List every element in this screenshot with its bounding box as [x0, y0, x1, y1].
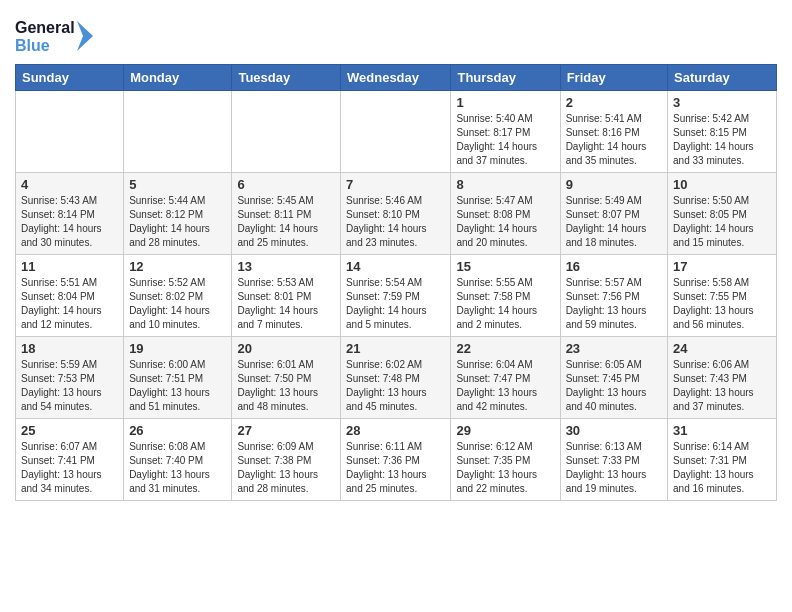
calendar-cell: 25Sunrise: 6:07 AM Sunset: 7:41 PM Dayli…	[16, 419, 124, 501]
calendar-cell: 13Sunrise: 5:53 AM Sunset: 8:01 PM Dayli…	[232, 255, 341, 337]
calendar-cell: 24Sunrise: 6:06 AM Sunset: 7:43 PM Dayli…	[668, 337, 777, 419]
week-row-5: 25Sunrise: 6:07 AM Sunset: 7:41 PM Dayli…	[16, 419, 777, 501]
day-number: 15	[456, 259, 554, 274]
day-number: 13	[237, 259, 335, 274]
calendar-cell: 17Sunrise: 5:58 AM Sunset: 7:55 PM Dayli…	[668, 255, 777, 337]
day-number: 7	[346, 177, 445, 192]
calendar-cell: 4Sunrise: 5:43 AM Sunset: 8:14 PM Daylig…	[16, 173, 124, 255]
day-number: 5	[129, 177, 226, 192]
calendar-cell: 18Sunrise: 5:59 AM Sunset: 7:53 PM Dayli…	[16, 337, 124, 419]
day-number: 11	[21, 259, 118, 274]
day-number: 25	[21, 423, 118, 438]
cell-content: Sunrise: 5:53 AM Sunset: 8:01 PM Dayligh…	[237, 276, 335, 332]
cell-content: Sunrise: 5:57 AM Sunset: 7:56 PM Dayligh…	[566, 276, 662, 332]
cell-content: Sunrise: 5:50 AM Sunset: 8:05 PM Dayligh…	[673, 194, 771, 250]
calendar-cell: 27Sunrise: 6:09 AM Sunset: 7:38 PM Dayli…	[232, 419, 341, 501]
cell-content: Sunrise: 6:08 AM Sunset: 7:40 PM Dayligh…	[129, 440, 226, 496]
calendar: SundayMondayTuesdayWednesdayThursdayFrid…	[15, 64, 777, 501]
cell-content: Sunrise: 6:06 AM Sunset: 7:43 PM Dayligh…	[673, 358, 771, 414]
svg-text:Blue: Blue	[15, 37, 50, 54]
weekday-header-friday: Friday	[560, 65, 667, 91]
day-number: 23	[566, 341, 662, 356]
weekday-header-thursday: Thursday	[451, 65, 560, 91]
logo: GeneralBlue	[15, 16, 95, 56]
day-number: 30	[566, 423, 662, 438]
weekday-header-saturday: Saturday	[668, 65, 777, 91]
calendar-cell	[232, 91, 341, 173]
cell-content: Sunrise: 5:49 AM Sunset: 8:07 PM Dayligh…	[566, 194, 662, 250]
day-number: 31	[673, 423, 771, 438]
week-row-1: 1Sunrise: 5:40 AM Sunset: 8:17 PM Daylig…	[16, 91, 777, 173]
day-number: 3	[673, 95, 771, 110]
day-number: 21	[346, 341, 445, 356]
cell-content: Sunrise: 5:47 AM Sunset: 8:08 PM Dayligh…	[456, 194, 554, 250]
day-number: 26	[129, 423, 226, 438]
calendar-cell: 11Sunrise: 5:51 AM Sunset: 8:04 PM Dayli…	[16, 255, 124, 337]
cell-content: Sunrise: 5:44 AM Sunset: 8:12 PM Dayligh…	[129, 194, 226, 250]
calendar-cell: 31Sunrise: 6:14 AM Sunset: 7:31 PM Dayli…	[668, 419, 777, 501]
day-number: 22	[456, 341, 554, 356]
cell-content: Sunrise: 5:40 AM Sunset: 8:17 PM Dayligh…	[456, 112, 554, 168]
day-number: 24	[673, 341, 771, 356]
calendar-cell: 8Sunrise: 5:47 AM Sunset: 8:08 PM Daylig…	[451, 173, 560, 255]
svg-text:General: General	[15, 19, 75, 36]
calendar-cell: 1Sunrise: 5:40 AM Sunset: 8:17 PM Daylig…	[451, 91, 560, 173]
cell-content: Sunrise: 5:54 AM Sunset: 7:59 PM Dayligh…	[346, 276, 445, 332]
cell-content: Sunrise: 5:58 AM Sunset: 7:55 PM Dayligh…	[673, 276, 771, 332]
weekday-header-monday: Monday	[124, 65, 232, 91]
calendar-cell: 28Sunrise: 6:11 AM Sunset: 7:36 PM Dayli…	[341, 419, 451, 501]
day-number: 9	[566, 177, 662, 192]
cell-content: Sunrise: 6:12 AM Sunset: 7:35 PM Dayligh…	[456, 440, 554, 496]
day-number: 6	[237, 177, 335, 192]
cell-content: Sunrise: 6:01 AM Sunset: 7:50 PM Dayligh…	[237, 358, 335, 414]
cell-content: Sunrise: 5:46 AM Sunset: 8:10 PM Dayligh…	[346, 194, 445, 250]
cell-content: Sunrise: 6:04 AM Sunset: 7:47 PM Dayligh…	[456, 358, 554, 414]
week-row-3: 11Sunrise: 5:51 AM Sunset: 8:04 PM Dayli…	[16, 255, 777, 337]
cell-content: Sunrise: 5:43 AM Sunset: 8:14 PM Dayligh…	[21, 194, 118, 250]
cell-content: Sunrise: 6:11 AM Sunset: 7:36 PM Dayligh…	[346, 440, 445, 496]
calendar-cell: 26Sunrise: 6:08 AM Sunset: 7:40 PM Dayli…	[124, 419, 232, 501]
day-number: 27	[237, 423, 335, 438]
calendar-cell: 22Sunrise: 6:04 AM Sunset: 7:47 PM Dayli…	[451, 337, 560, 419]
cell-content: Sunrise: 6:02 AM Sunset: 7:48 PM Dayligh…	[346, 358, 445, 414]
cell-content: Sunrise: 6:00 AM Sunset: 7:51 PM Dayligh…	[129, 358, 226, 414]
day-number: 8	[456, 177, 554, 192]
header: GeneralBlue	[15, 10, 777, 56]
cell-content: Sunrise: 6:05 AM Sunset: 7:45 PM Dayligh…	[566, 358, 662, 414]
cell-content: Sunrise: 5:59 AM Sunset: 7:53 PM Dayligh…	[21, 358, 118, 414]
calendar-cell: 3Sunrise: 5:42 AM Sunset: 8:15 PM Daylig…	[668, 91, 777, 173]
cell-content: Sunrise: 5:45 AM Sunset: 8:11 PM Dayligh…	[237, 194, 335, 250]
weekday-header-row: SundayMondayTuesdayWednesdayThursdayFrid…	[16, 65, 777, 91]
calendar-cell: 10Sunrise: 5:50 AM Sunset: 8:05 PM Dayli…	[668, 173, 777, 255]
day-number: 14	[346, 259, 445, 274]
calendar-cell	[124, 91, 232, 173]
day-number: 12	[129, 259, 226, 274]
day-number: 1	[456, 95, 554, 110]
calendar-cell	[16, 91, 124, 173]
day-number: 17	[673, 259, 771, 274]
day-number: 4	[21, 177, 118, 192]
day-number: 18	[21, 341, 118, 356]
day-number: 10	[673, 177, 771, 192]
week-row-2: 4Sunrise: 5:43 AM Sunset: 8:14 PM Daylig…	[16, 173, 777, 255]
calendar-cell: 19Sunrise: 6:00 AM Sunset: 7:51 PM Dayli…	[124, 337, 232, 419]
day-number: 20	[237, 341, 335, 356]
calendar-cell: 21Sunrise: 6:02 AM Sunset: 7:48 PM Dayli…	[341, 337, 451, 419]
calendar-cell: 9Sunrise: 5:49 AM Sunset: 8:07 PM Daylig…	[560, 173, 667, 255]
cell-content: Sunrise: 5:52 AM Sunset: 8:02 PM Dayligh…	[129, 276, 226, 332]
calendar-cell: 29Sunrise: 6:12 AM Sunset: 7:35 PM Dayli…	[451, 419, 560, 501]
cell-content: Sunrise: 5:55 AM Sunset: 7:58 PM Dayligh…	[456, 276, 554, 332]
cell-content: Sunrise: 5:51 AM Sunset: 8:04 PM Dayligh…	[21, 276, 118, 332]
svg-marker-2	[77, 21, 93, 51]
cell-content: Sunrise: 5:41 AM Sunset: 8:16 PM Dayligh…	[566, 112, 662, 168]
calendar-cell: 14Sunrise: 5:54 AM Sunset: 7:59 PM Dayli…	[341, 255, 451, 337]
week-row-4: 18Sunrise: 5:59 AM Sunset: 7:53 PM Dayli…	[16, 337, 777, 419]
cell-content: Sunrise: 6:13 AM Sunset: 7:33 PM Dayligh…	[566, 440, 662, 496]
cell-content: Sunrise: 5:42 AM Sunset: 8:15 PM Dayligh…	[673, 112, 771, 168]
calendar-cell: 30Sunrise: 6:13 AM Sunset: 7:33 PM Dayli…	[560, 419, 667, 501]
day-number: 2	[566, 95, 662, 110]
cell-content: Sunrise: 6:07 AM Sunset: 7:41 PM Dayligh…	[21, 440, 118, 496]
day-number: 29	[456, 423, 554, 438]
calendar-cell: 15Sunrise: 5:55 AM Sunset: 7:58 PM Dayli…	[451, 255, 560, 337]
cell-content: Sunrise: 6:09 AM Sunset: 7:38 PM Dayligh…	[237, 440, 335, 496]
